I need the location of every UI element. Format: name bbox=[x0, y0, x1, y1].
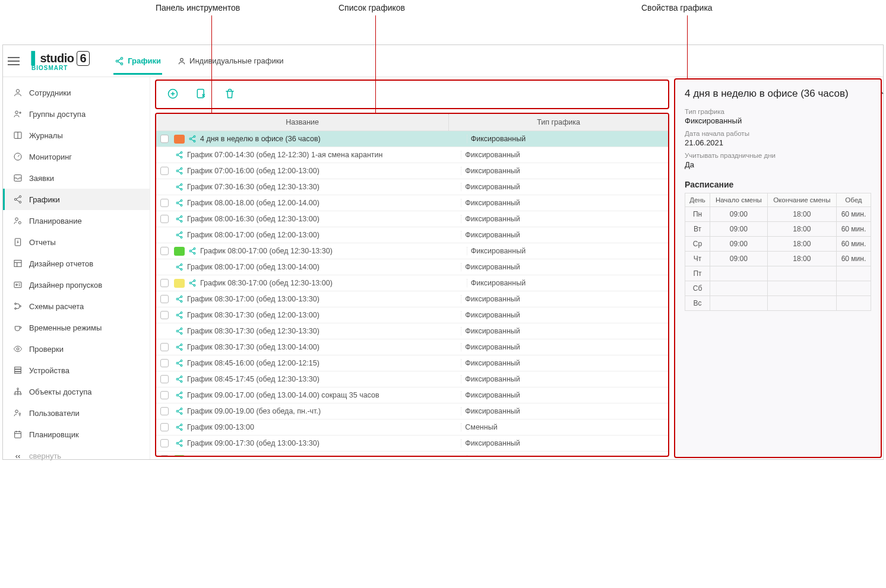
row-name: График 08.00-18.00 (обед 12.00-14.00) bbox=[186, 199, 461, 207]
sidebar-item-label: Сотрудники bbox=[29, 88, 71, 97]
row-checkbox[interactable] bbox=[156, 439, 173, 447]
row-checkbox[interactable] bbox=[156, 215, 173, 223]
sidebar-item[interactable]: Планирование bbox=[3, 210, 150, 231]
sidebar-item[interactable]: Схемы расчета bbox=[3, 295, 150, 317]
table-row[interactable]: График 07:00-14:30 (обед 12-12:30) 1-ая … bbox=[156, 147, 668, 163]
sidebar-item-label: Планирование bbox=[29, 217, 82, 225]
row-name: График 08:45-16:00 (обед 12:00-12:15) bbox=[186, 359, 461, 367]
table-row[interactable]: График 08:45-17:45 (обед 12:30-13:30)Фик… bbox=[156, 371, 668, 387]
row-checkbox[interactable] bbox=[156, 279, 173, 287]
table-row[interactable]: График 08:00-17:00 (обед 13:00-14:00)Фик… bbox=[156, 259, 668, 275]
tab-schedules[interactable]: Графики bbox=[113, 48, 162, 74]
col-type-header[interactable]: Тип графика bbox=[448, 114, 668, 131]
table-row[interactable]: График 08:30-17:30 (обед 12:00-13:00)Фик… bbox=[156, 307, 668, 323]
table-row[interactable]: 4 дня в неделю в офисе (36 часов)Фиксиро… bbox=[156, 131, 668, 147]
row-name: График 07:30-16:30 (обед 12:30-13:30) bbox=[186, 183, 461, 191]
app-logo: ▍studio6 BIOSMART bbox=[31, 51, 90, 71]
share-icon bbox=[173, 407, 186, 415]
table-row[interactable]: График 09:00-17:30 (обед 13:00-13:30)Фик… bbox=[156, 436, 668, 452]
row-type: Фиксированный bbox=[467, 455, 668, 456]
svg-line-136 bbox=[178, 380, 181, 382]
table-row[interactable]: График 09:00-18:00 (2 дня в неделю)Фикси… bbox=[156, 452, 668, 456]
properties-panel: 4 дня в неделю в офисе (36 часов) Тип гр… bbox=[674, 78, 882, 458]
menu-toggle-icon[interactable] bbox=[8, 57, 20, 65]
table-row[interactable]: График 08:30-17:30 (обед 12:30-13:30)Фик… bbox=[156, 323, 668, 339]
end-cell: 18:00 bbox=[767, 207, 836, 222]
row-checkbox[interactable] bbox=[156, 391, 173, 399]
list-header: Название Тип графика bbox=[156, 114, 668, 131]
row-checkbox[interactable] bbox=[156, 343, 173, 351]
sidebar-item[interactable]: Графики bbox=[3, 189, 150, 210]
row-type: Фиксированный bbox=[461, 151, 668, 159]
org-icon bbox=[12, 386, 23, 397]
gauge-icon bbox=[12, 151, 23, 162]
row-checkbox[interactable] bbox=[156, 167, 173, 175]
row-checkbox[interactable] bbox=[156, 199, 173, 207]
row-type: Фиксированный bbox=[467, 279, 668, 287]
tab-individual[interactable]: Индивидуальные графики bbox=[176, 48, 285, 74]
start-header: Начало смены bbox=[710, 193, 768, 207]
sidebar-item-label: Мониторинг bbox=[29, 152, 72, 161]
id-card-icon bbox=[12, 279, 23, 290]
row-checkbox[interactable] bbox=[156, 375, 173, 383]
svg-line-66 bbox=[178, 155, 181, 157]
svg-line-116 bbox=[178, 316, 181, 317]
sidebar-item-label: Дизайнер отчетов bbox=[29, 259, 93, 268]
table-row[interactable]: График 08.00-18.00 (обед 12.00-14.00)Фик… bbox=[156, 195, 668, 211]
sidebar-item[interactable]: Пользователи bbox=[3, 402, 150, 424]
row-checkbox[interactable] bbox=[156, 423, 173, 431]
delete-button[interactable] bbox=[224, 88, 236, 101]
table-row[interactable]: График 07:30-16:30 (обед 12:30-13:30)Фик… bbox=[156, 179, 668, 195]
row-checkbox[interactable] bbox=[156, 359, 173, 367]
sidebar-item[interactable]: Проверки bbox=[3, 338, 150, 360]
start-cell bbox=[710, 266, 768, 281]
svg-point-19 bbox=[19, 201, 21, 203]
sidebar-item[interactable]: Объекты доступа bbox=[3, 381, 150, 402]
table-row[interactable]: График 07:00-16:00 (обед 12:00-13:00)Фик… bbox=[156, 163, 668, 179]
svg-point-18 bbox=[19, 196, 21, 198]
table-row[interactable]: График 09.00-17.00 (обед 13.00-14.00) со… bbox=[156, 387, 668, 403]
sidebar-collapse[interactable]: ‹‹ свернуть bbox=[3, 445, 150, 462]
row-checkbox[interactable] bbox=[156, 455, 173, 456]
row-checkbox[interactable] bbox=[156, 407, 173, 415]
table-row[interactable]: График 08:00-17:00 (обед 12:30-13:30)Фик… bbox=[156, 243, 668, 259]
layout-icon bbox=[12, 258, 23, 269]
prop-start-value: 21.06.2021 bbox=[685, 138, 871, 147]
col-name-header[interactable]: Название bbox=[156, 114, 448, 131]
sidebar-item[interactable]: Журналы bbox=[3, 125, 150, 146]
sidebar-item[interactable]: Группы доступа bbox=[3, 103, 150, 125]
table-row[interactable]: График 08:30-17:30 (обед 13:00-14:00)Фик… bbox=[156, 339, 668, 355]
table-row[interactable]: График 09.00-19.00 (без обеда, пн.-чт.)Ф… bbox=[156, 403, 668, 419]
edit-button[interactable] bbox=[195, 88, 207, 101]
sidebar-item[interactable]: Устройства bbox=[3, 360, 150, 381]
add-button[interactable] bbox=[167, 88, 179, 101]
sidebar-item[interactable]: Сотрудники bbox=[3, 82, 150, 103]
svg-line-20 bbox=[16, 197, 19, 199]
row-checkbox[interactable] bbox=[156, 311, 173, 319]
row-checkbox[interactable] bbox=[156, 247, 173, 255]
table-row[interactable]: График 08:00-16:30 (обед 12:30-13:00)Фик… bbox=[156, 211, 668, 227]
sidebar-item[interactable]: Планировщик bbox=[3, 424, 150, 445]
row-name: График 08:00-17:00 (обед 13:00-14:00) bbox=[186, 263, 461, 271]
day-cell: Сб bbox=[685, 281, 710, 296]
sidebar-item[interactable]: Дизайнер пропусков bbox=[3, 274, 150, 295]
people-plus-icon bbox=[12, 109, 23, 119]
list-rows[interactable]: 4 дня в неделю в офисе (36 часов)Фиксиро… bbox=[156, 131, 668, 456]
row-type: Фиксированный bbox=[461, 407, 668, 415]
table-row[interactable]: График 08:30-17:00 (обед 13:00-13:30)Фик… bbox=[156, 291, 668, 307]
prop-holidays-value: Да bbox=[685, 160, 871, 169]
sidebar-item[interactable]: Заявки bbox=[3, 167, 150, 189]
share-icon bbox=[115, 56, 124, 66]
table-row[interactable]: График 08:45-16:00 (обед 12:00-12:15)Фик… bbox=[156, 355, 668, 371]
sidebar-item[interactable]: Дизайнер отчетов bbox=[3, 253, 150, 274]
svg-rect-45 bbox=[15, 431, 21, 438]
table-row[interactable]: График 08:00-17:00 (обед 12:00-13:00)Фик… bbox=[156, 227, 668, 243]
row-checkbox[interactable] bbox=[156, 295, 173, 303]
table-row[interactable]: График 08:30-17:00 (обед 12:30-13:00)Фик… bbox=[156, 275, 668, 291]
table-row[interactable]: График 09:00-13:00Сменный bbox=[156, 419, 668, 436]
sidebar-item[interactable]: Временные режимы bbox=[3, 317, 150, 338]
sidebar-item[interactable]: Отчеты bbox=[3, 231, 150, 253]
row-checkbox[interactable] bbox=[156, 135, 173, 143]
sidebar-item[interactable]: Мониторинг bbox=[3, 146, 150, 167]
share-icon bbox=[186, 135, 199, 143]
